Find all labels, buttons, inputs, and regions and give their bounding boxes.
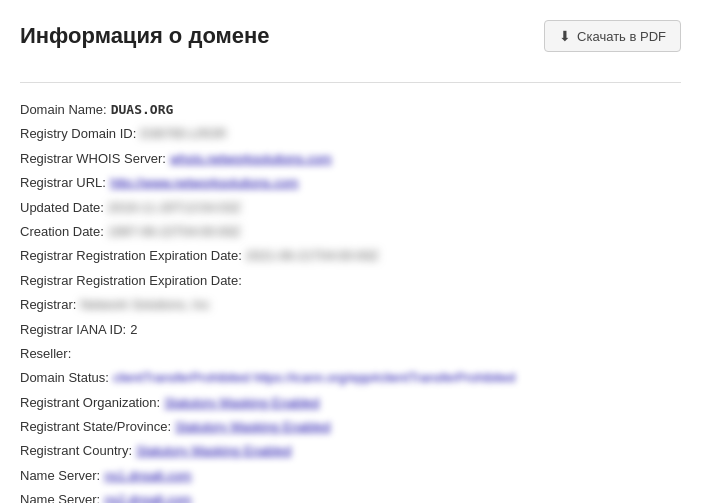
- updated-date-label: Updated Date:: [20, 196, 104, 219]
- reg-state-row: Registrant State/Province: Statutory Mas…: [20, 415, 681, 438]
- expiration-date-row-1: Registrar Registration Expiration Date: …: [20, 244, 681, 267]
- registry-id-label: Registry Domain ID:: [20, 122, 136, 145]
- reg-country-value: Statutory Masking Enabled: [136, 439, 291, 462]
- expiration-date-label-2: Registrar Registration Expiration Date:: [20, 269, 242, 292]
- registrar-whois-value: whois.networksolutions.com: [170, 147, 332, 170]
- expiration-date-label-1: Registrar Registration Expiration Date:: [20, 244, 242, 267]
- reg-org-row: Registrant Organization: Statutory Maski…: [20, 391, 681, 414]
- download-btn-label: Скачать в PDF: [577, 29, 666, 44]
- ns1-label: Name Server:: [20, 464, 100, 487]
- ns2-label: Name Server:: [20, 488, 100, 503]
- iana-label: Registrar IANA ID:: [20, 318, 126, 341]
- domain-status-label: Domain Status:: [20, 366, 109, 389]
- updated-date-row: Updated Date: 2019-11-20T13:54:03Z: [20, 196, 681, 219]
- creation-date-row: Creation Date: 1997-06-22T04:00:00Z: [20, 220, 681, 243]
- registrar-url-row: Registrar URL: http://www.networksolutio…: [20, 171, 681, 194]
- registrar-url-value: http://www.networksolutions.com: [110, 171, 299, 194]
- reseller-label: Reseller:: [20, 342, 71, 365]
- page-title: Информация о домене: [20, 23, 270, 49]
- expiration-date-value-1: 2021-06-21T04:00:00Z: [246, 244, 379, 267]
- creation-date-label: Creation Date:: [20, 220, 104, 243]
- registrar-url-label: Registrar URL:: [20, 171, 106, 194]
- iana-value: 2: [130, 318, 137, 341]
- expiration-date-row-2: Registrar Registration Expiration Date:: [20, 269, 681, 292]
- registrar-row: Registrar: Network Solutions, Inc: [20, 293, 681, 316]
- registry-id-value: D36765-LROR: [140, 122, 226, 145]
- reg-org-label: Registrant Organization:: [20, 391, 160, 414]
- registrar-whois-label: Registrar WHOIS Server:: [20, 147, 166, 170]
- reg-country-label: Registrant Country:: [20, 439, 132, 462]
- ns1-row: Name Server: ns1.dnsalt.com: [20, 464, 681, 487]
- domain-name-value: DUAS.ORG: [111, 98, 174, 121]
- whois-content: Domain Name: DUAS.ORG Registry Domain ID…: [20, 98, 681, 503]
- iana-row: Registrar IANA ID: 2: [20, 318, 681, 341]
- domain-name-row: Domain Name: DUAS.ORG: [20, 98, 681, 121]
- registry-id-row: Registry Domain ID: D36765-LROR: [20, 122, 681, 145]
- download-icon: ⬇: [559, 28, 571, 44]
- domain-name-label: Domain Name:: [20, 98, 107, 121]
- ns2-row: Name Server: ns2.dnsalt.com: [20, 488, 681, 503]
- header-divider: [20, 82, 681, 83]
- reseller-row: Reseller:: [20, 342, 681, 365]
- updated-date-value: 2019-11-20T13:54:03Z: [108, 196, 241, 219]
- reg-state-label: Registrant State/Province:: [20, 415, 171, 438]
- creation-date-value: 1997-06-22T04:00:00Z: [108, 220, 241, 243]
- domain-status-value: clientTransferProhibited https://icann.o…: [113, 366, 515, 389]
- registrar-value: Network Solutions, Inc: [80, 293, 209, 316]
- domain-status-row: Domain Status: clientTransferProhibited …: [20, 366, 681, 389]
- reg-state-value: Statutory Masking Enabled: [175, 415, 330, 438]
- registrar-whois-row: Registrar WHOIS Server: whois.networksol…: [20, 147, 681, 170]
- registrar-label: Registrar:: [20, 293, 76, 316]
- download-pdf-button[interactable]: ⬇ Скачать в PDF: [544, 20, 681, 52]
- reg-country-row: Registrant Country: Statutory Masking En…: [20, 439, 681, 462]
- reg-org-value: Statutory Masking Enabled: [164, 391, 319, 414]
- ns1-value: ns1.dnsalt.com: [104, 464, 191, 487]
- ns2-value: ns2.dnsalt.com: [104, 488, 191, 503]
